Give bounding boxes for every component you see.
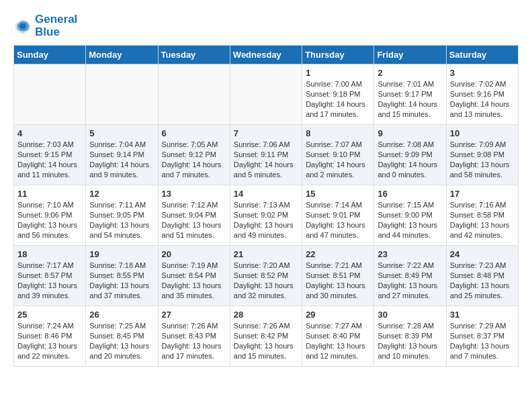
day-info: and 12 minutes. bbox=[306, 351, 370, 361]
day-info: Daylight: 13 hours bbox=[234, 281, 298, 291]
header-day-monday: Monday bbox=[86, 46, 158, 64]
day-info: Sunset: 8:43 PM bbox=[162, 331, 226, 341]
day-info: Sunrise: 7:03 AM bbox=[17, 140, 82, 150]
calendar-cell: 20Sunrise: 7:19 AMSunset: 8:54 PMDayligh… bbox=[158, 246, 230, 306]
day-info: Sunset: 8:46 PM bbox=[17, 331, 82, 341]
day-info: and 35 minutes. bbox=[162, 291, 226, 301]
day-info: Sunset: 9:12 PM bbox=[162, 150, 226, 160]
day-info: Daylight: 14 hours bbox=[306, 99, 370, 109]
day-info: Daylight: 14 hours bbox=[17, 160, 82, 170]
calendar-cell: 25Sunrise: 7:24 AMSunset: 8:46 PMDayligh… bbox=[14, 306, 86, 367]
day-number: 12 bbox=[89, 189, 154, 199]
calendar-cell: 31Sunrise: 7:29 AMSunset: 8:37 PMDayligh… bbox=[446, 306, 518, 367]
day-info: Sunset: 9:05 PM bbox=[89, 210, 154, 220]
day-number: 25 bbox=[17, 310, 82, 320]
day-info: Daylight: 13 hours bbox=[378, 281, 442, 291]
day-number: 9 bbox=[378, 128, 442, 138]
day-info: Sunset: 8:39 PM bbox=[378, 331, 442, 341]
day-number: 20 bbox=[162, 249, 226, 259]
day-info: Daylight: 13 hours bbox=[17, 281, 82, 291]
day-info: Sunrise: 7:28 AM bbox=[378, 321, 442, 331]
calendar-cell: 15Sunrise: 7:14 AMSunset: 9:01 PMDayligh… bbox=[302, 185, 374, 246]
calendar-cell: 11Sunrise: 7:10 AMSunset: 9:06 PMDayligh… bbox=[14, 185, 86, 246]
day-info: Sunrise: 7:07 AM bbox=[306, 140, 370, 150]
day-info: Sunset: 9:18 PM bbox=[306, 89, 370, 99]
calendar-cell: 21Sunrise: 7:20 AMSunset: 8:52 PMDayligh… bbox=[230, 246, 302, 306]
calendar-cell bbox=[14, 64, 86, 125]
logo: General Blue bbox=[13, 13, 77, 38]
day-info: Sunset: 8:52 PM bbox=[234, 271, 298, 281]
header-day-sunday: Sunday bbox=[14, 46, 86, 64]
calendar-cell: 14Sunrise: 7:13 AMSunset: 9:02 PMDayligh… bbox=[230, 185, 302, 246]
day-info: Sunrise: 7:24 AM bbox=[17, 321, 82, 331]
day-info: Daylight: 13 hours bbox=[450, 220, 515, 230]
day-info: Daylight: 13 hours bbox=[306, 220, 370, 230]
week-row-3: 11Sunrise: 7:10 AMSunset: 9:06 PMDayligh… bbox=[14, 185, 519, 246]
day-number: 24 bbox=[450, 249, 515, 259]
day-info: Daylight: 13 hours bbox=[450, 160, 515, 170]
day-info: Sunrise: 7:02 AM bbox=[450, 79, 515, 89]
day-info: and 2 minutes. bbox=[306, 170, 370, 180]
day-number: 11 bbox=[17, 189, 82, 199]
day-info: Sunrise: 7:14 AM bbox=[306, 200, 370, 210]
day-info: Daylight: 13 hours bbox=[89, 341, 154, 351]
day-info: Sunset: 8:58 PM bbox=[450, 210, 515, 220]
day-info: and 37 minutes. bbox=[89, 291, 154, 301]
calendar-cell: 3Sunrise: 7:02 AMSunset: 9:16 PMDaylight… bbox=[446, 64, 518, 125]
day-info: and 20 minutes. bbox=[89, 351, 154, 361]
day-number: 13 bbox=[162, 189, 226, 199]
day-info: and 56 minutes. bbox=[17, 230, 82, 240]
day-info: Sunrise: 7:26 AM bbox=[234, 321, 298, 331]
day-info: Sunrise: 7:13 AM bbox=[234, 200, 298, 210]
day-info: Daylight: 13 hours bbox=[17, 341, 82, 351]
day-info: Daylight: 13 hours bbox=[306, 341, 370, 351]
day-info: Daylight: 13 hours bbox=[234, 341, 298, 351]
day-number: 7 bbox=[234, 128, 298, 138]
calendar-cell bbox=[158, 64, 230, 125]
day-info: Sunrise: 7:17 AM bbox=[17, 261, 82, 271]
page-header: General Blue bbox=[13, 13, 519, 38]
day-info: and 49 minutes. bbox=[234, 230, 298, 240]
calendar-cell: 13Sunrise: 7:12 AMSunset: 9:04 PMDayligh… bbox=[158, 185, 230, 246]
day-info: and 17 minutes. bbox=[306, 109, 370, 120]
day-info: and 15 minutes. bbox=[234, 351, 298, 361]
calendar-cell: 27Sunrise: 7:26 AMSunset: 8:43 PMDayligh… bbox=[158, 306, 230, 367]
day-info: and 17 minutes. bbox=[162, 351, 226, 361]
day-info: Sunset: 8:51 PM bbox=[306, 271, 370, 281]
day-info: and 30 minutes. bbox=[306, 291, 370, 301]
day-info: and 27 minutes. bbox=[378, 291, 442, 301]
calendar-cell bbox=[86, 64, 158, 125]
day-info: Sunrise: 7:06 AM bbox=[234, 140, 298, 150]
day-info: and 32 minutes. bbox=[234, 291, 298, 301]
day-info: Daylight: 13 hours bbox=[89, 281, 154, 291]
day-info: Sunrise: 7:01 AM bbox=[378, 79, 442, 89]
day-number: 5 bbox=[89, 128, 154, 138]
day-number: 21 bbox=[234, 249, 298, 259]
day-info: Sunset: 8:49 PM bbox=[378, 271, 442, 281]
calendar-cell: 26Sunrise: 7:25 AMSunset: 8:45 PMDayligh… bbox=[86, 306, 158, 367]
day-info: Daylight: 14 hours bbox=[89, 160, 154, 170]
day-info: Sunrise: 7:26 AM bbox=[162, 321, 226, 331]
day-info: Daylight: 13 hours bbox=[234, 220, 298, 230]
day-info: Sunrise: 7:05 AM bbox=[162, 140, 226, 150]
week-row-5: 25Sunrise: 7:24 AMSunset: 8:46 PMDayligh… bbox=[14, 306, 519, 367]
day-number: 22 bbox=[306, 249, 370, 259]
day-info: Sunset: 9:17 PM bbox=[378, 89, 442, 99]
day-info: Daylight: 13 hours bbox=[450, 281, 515, 291]
day-info: Daylight: 13 hours bbox=[89, 220, 154, 230]
calendar-cell: 9Sunrise: 7:08 AMSunset: 9:09 PMDaylight… bbox=[374, 125, 446, 185]
day-number: 10 bbox=[450, 128, 515, 138]
day-number: 16 bbox=[378, 189, 442, 199]
day-info: Daylight: 14 hours bbox=[378, 160, 442, 170]
calendar-cell: 24Sunrise: 7:23 AMSunset: 8:48 PMDayligh… bbox=[446, 246, 518, 306]
day-info: and 13 minutes. bbox=[450, 109, 515, 120]
day-info: Sunset: 9:14 PM bbox=[89, 150, 154, 160]
week-row-4: 18Sunrise: 7:17 AMSunset: 8:57 PMDayligh… bbox=[14, 246, 519, 306]
day-info: Daylight: 14 hours bbox=[450, 99, 515, 109]
day-number: 29 bbox=[306, 310, 370, 320]
day-number: 14 bbox=[234, 189, 298, 199]
day-info: Sunset: 8:57 PM bbox=[17, 271, 82, 281]
calendar-cell: 18Sunrise: 7:17 AMSunset: 8:57 PMDayligh… bbox=[14, 246, 86, 306]
day-info: Sunrise: 7:11 AM bbox=[89, 200, 154, 210]
day-info: Sunset: 8:42 PM bbox=[234, 331, 298, 341]
